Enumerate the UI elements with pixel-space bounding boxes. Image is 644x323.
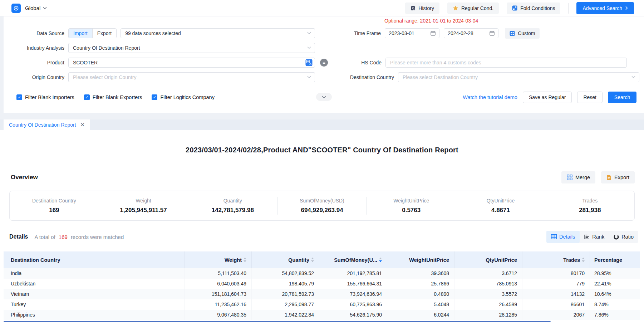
search-form-panel: Optional range: 2021-01-01 to 2024-03-04… <box>4 16 644 113</box>
stat-quantity: Quantity 142,781,579.98 <box>188 197 277 215</box>
col-sum-of-money[interactable]: SumOfMoney(U... <box>319 251 387 268</box>
bar-chart-icon <box>584 234 590 239</box>
import-tab[interactable]: Import <box>69 29 92 38</box>
exact-match-icon[interactable]: = <box>320 59 328 67</box>
star-icon <box>453 5 458 11</box>
custom-icon <box>510 31 515 36</box>
chevron-down-icon <box>322 96 326 98</box>
product-input[interactable] <box>68 58 315 68</box>
industry-analysis-select[interactable]: Country Of Destination Report <box>68 43 315 53</box>
stat-weight-unit-price: WeightUnitPrice 0.5763 <box>367 197 456 215</box>
details-header: Details A total of169records were matche… <box>9 231 638 243</box>
tutorial-link[interactable]: Watch the tutorial demo <box>463 94 517 100</box>
col-weight[interactable]: Weight <box>185 251 252 268</box>
data-sources-select[interactable]: 99 data sources selected <box>121 28 315 38</box>
destination-country-select[interactable]: Please select Destination Country <box>398 72 639 82</box>
filter-checkboxes: ✓ Filter Blank Importers ✓ Filter Blank … <box>16 94 215 100</box>
top-bar: Global History Regular Cond. Fold Condit… <box>0 0 644 16</box>
table-row: India 5,111,503.40 54,802,839.52 201,192… <box>4 268 640 279</box>
form-row-industry: Industry Analysis Country Of Destination… <box>4 43 644 53</box>
region-selector-label[interactable]: Global <box>25 5 40 11</box>
view-ratio-button[interactable]: Ratio <box>609 231 638 243</box>
col-destination-country: Destination Country <box>4 251 185 268</box>
overview-buttons: Merge Export <box>561 171 635 183</box>
regular-cond-button[interactable]: Regular Cond. <box>447 3 499 14</box>
export-tab[interactable]: Export <box>92 29 116 38</box>
history-icon <box>411 6 416 11</box>
chevron-down-icon[interactable] <box>43 7 47 9</box>
col-trades[interactable]: Trades <box>522 251 590 268</box>
sort-icon[interactable] <box>311 258 314 262</box>
form-row-data-source: Data Source Import Export 99 data source… <box>4 28 644 38</box>
hs-code-input-wrap <box>385 58 627 68</box>
report-content: 2023/03/01-2024/02/28,Product AND"SCOOTE… <box>0 130 644 323</box>
sort-icon[interactable] <box>244 258 246 262</box>
data-source-toggle: Import Export <box>68 28 117 38</box>
export-button[interactable]: Export <box>601 171 635 183</box>
chevron-down-icon <box>631 76 635 78</box>
overview-stats-card: Destination Country 169 Weight 1,205,945… <box>9 191 635 221</box>
stat-trades: Trades 281,938 <box>545 197 634 215</box>
collapse-form-button[interactable] <box>316 93 332 101</box>
search-button[interactable]: Search <box>608 92 636 103</box>
view-rank-button[interactable]: Rank <box>580 231 609 243</box>
col-weight-unit-price: WeightUnitPrice <box>387 251 454 268</box>
view-details-button[interactable]: Details <box>546 231 580 243</box>
table-header-row: Destination Country Weight Quantity SumO… <box>4 251 640 268</box>
checkbox-checked-icon: ✓ <box>152 94 157 100</box>
topbar-divider <box>568 3 569 14</box>
tab-country-of-destination-report[interactable]: Country Of Destination Report ✕ <box>4 119 90 130</box>
col-qty-unit-price: QtyUnitPrice <box>454 251 522 268</box>
save-as-regular-button[interactable]: Save as Regular <box>523 92 572 103</box>
custom-range-button[interactable]: Custom <box>505 28 540 39</box>
table-icon <box>551 234 557 239</box>
stat-weight: Weight 1,205,945,911.57 <box>99 197 188 215</box>
match-summary: A total of169records were matched <box>34 234 124 240</box>
start-date-input[interactable]: 2023-03-01 <box>385 28 439 38</box>
view-switcher: Details Rank Ratio <box>546 231 638 243</box>
col-quantity[interactable]: Quantity <box>252 251 319 268</box>
table-row: Uzbekistan 6,040,603.49 198,405.79 155,7… <box>4 279 640 289</box>
filter-blank-importers-checkbox[interactable]: ✓ Filter Blank Importers <box>16 94 74 100</box>
chevron-down-icon <box>307 32 311 34</box>
export-icon <box>606 175 611 180</box>
close-tab-icon[interactable]: ✕ <box>80 122 85 128</box>
form-buttons: Watch the tutorial demo Save as Regular … <box>463 92 636 103</box>
origin-country-select[interactable]: Please select Origin Country <box>68 72 315 82</box>
stat-sum-of-money: SumOfMoney(USD) 694,929,263.94 <box>277 197 367 215</box>
reset-button[interactable]: Reset <box>577 92 603 103</box>
sort-desc-icon[interactable] <box>379 258 382 262</box>
end-date-input[interactable]: 2024-02-28 <box>444 28 498 38</box>
brand-logo-icon <box>11 4 21 13</box>
fold-conditions-button[interactable]: Fold Conditions <box>507 3 560 14</box>
checkbox-checked-icon: ✓ <box>16 94 22 100</box>
details-heading: Details <box>9 234 28 240</box>
destination-country-label: Destination Country <box>315 74 394 80</box>
merge-button[interactable]: Merge <box>561 171 595 183</box>
horizontal-scrollbar[interactable] <box>4 321 551 322</box>
origin-country-label: Origin Country <box>4 74 64 80</box>
app-page: Global History Regular Cond. Fold Condit… <box>0 0 644 323</box>
hs-code-input[interactable] <box>385 58 627 68</box>
filter-blank-exporters-checkbox[interactable]: ✓ Filter Blank Exporters <box>84 94 142 100</box>
overview-header: Overview Merge Export <box>11 171 635 183</box>
calendar-icon <box>431 31 436 36</box>
table-row: Philippines 9,067,480.35 1,942,022.84 54… <box>4 310 640 320</box>
checkbox-checked-icon: ✓ <box>84 94 90 100</box>
details-table: Destination Country Weight Quantity SumO… <box>4 251 640 320</box>
chevron-right-icon <box>625 6 628 10</box>
chevron-down-icon <box>307 47 311 49</box>
topbar-actions: History Regular Cond. Fold Conditions Ad… <box>405 2 634 14</box>
fold-icon <box>512 5 517 11</box>
translate-icon[interactable]: A <box>305 59 313 66</box>
history-button[interactable]: History <box>405 3 439 14</box>
svg-text:A: A <box>309 62 312 66</box>
form-row-product: Product A = HS Code <box>4 58 644 68</box>
filter-logitics-company-checkbox[interactable]: ✓ Filter Logitics Company <box>152 94 215 100</box>
advanced-search-button[interactable]: Advanced Search <box>576 2 634 14</box>
hs-code-label: HS Code <box>328 60 382 65</box>
product-label: Product <box>4 60 64 65</box>
sort-icon[interactable] <box>582 258 585 262</box>
industry-analysis-label: Industry Analysis <box>4 45 64 51</box>
form-row-countries: Origin Country Please select Origin Coun… <box>4 72 644 82</box>
